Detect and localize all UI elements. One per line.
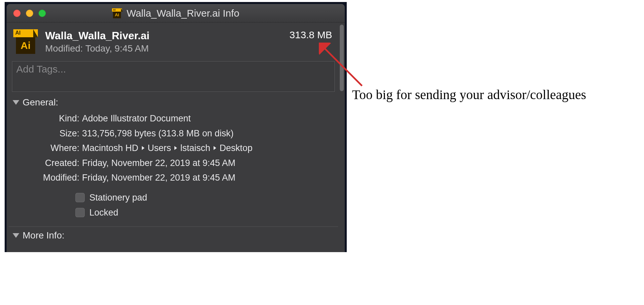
path-segment: lstaisch [180,142,210,154]
titlebar[interactable]: AI Ai Walla_Walla_River.ai Info [7,4,345,23]
path-segment: Macintosh HD [82,142,138,154]
general-disclosure[interactable]: General: [11,97,338,108]
created-value: Friday, November 22, 2019 at 9:45 AM [82,157,338,169]
get-info-window: AI Ai Walla_Walla_River.ai Info AI Ai Wa… [7,4,345,252]
title-wrap: AI Ai Walla_Walla_River.ai Info [112,8,239,19]
path-separator-icon [142,146,144,150]
chevron-down-icon [13,100,19,105]
locked-label: Locked [89,208,118,218]
minimize-window-button[interactable] [26,10,33,17]
file-header: AI Ai Walla_Walla_River.ai Modified: Tod… [9,23,338,59]
illustrator-file-icon: AI Ai [13,29,38,54]
path-segment: Desktop [220,142,252,154]
file-name: Walla_Walla_River.ai [45,29,284,42]
window-title: Walla_Walla_River.ai Info [127,8,239,19]
window-controls [13,10,46,17]
stationery-pad-checkbox[interactable] [75,193,85,202]
more-info-section: More Info: [11,230,338,247]
file-size: 313.8 MB [290,29,335,41]
scrollbar-thumb[interactable] [340,25,344,91]
more-info-disclosure[interactable]: More Info: [11,230,338,241]
illustrator-file-icon: AI Ai [112,8,122,18]
tags-input[interactable]: Add Tags... [12,61,335,92]
modified-label: Modified: [11,172,79,184]
path-segment: Users [148,142,171,154]
general-section: General: Kind: Adobe Illustrator Documen… [11,97,338,224]
chevron-down-icon [13,233,19,238]
kind-label: Kind: [11,112,79,124]
close-window-button[interactable] [13,10,21,17]
created-label: Created: [11,157,79,169]
screenshot-frame: AI Ai Walla_Walla_River.ai Info AI Ai Wa… [5,2,347,252]
modified-value: Friday, November 22, 2019 at 9:45 AM [82,172,338,184]
zoom-window-button[interactable] [39,10,46,17]
where-value: Macintosh HD Users lstaisch Desktop [82,142,338,154]
annotation-text: Too big for sending your advisor/colleag… [352,86,586,103]
size-label: Size: [11,127,79,139]
path-separator-icon [174,146,177,150]
file-modified-summary: Modified: Today, 9:45 AM [45,43,284,54]
scroll-area: AI Ai Walla_Walla_River.ai Modified: Tod… [7,23,345,252]
stationery-pad-label: Stationery pad [89,193,147,203]
section-title: General: [23,97,58,108]
locked-checkbox[interactable] [75,208,85,217]
where-label: Where: [11,142,79,154]
section-title: More Info: [23,230,64,241]
kind-value: Adobe Illustrator Document [82,112,338,124]
path-separator-icon [214,146,216,150]
section-divider [9,227,338,227]
size-value: 313,756,798 bytes (313.8 MB on disk) [82,127,338,139]
